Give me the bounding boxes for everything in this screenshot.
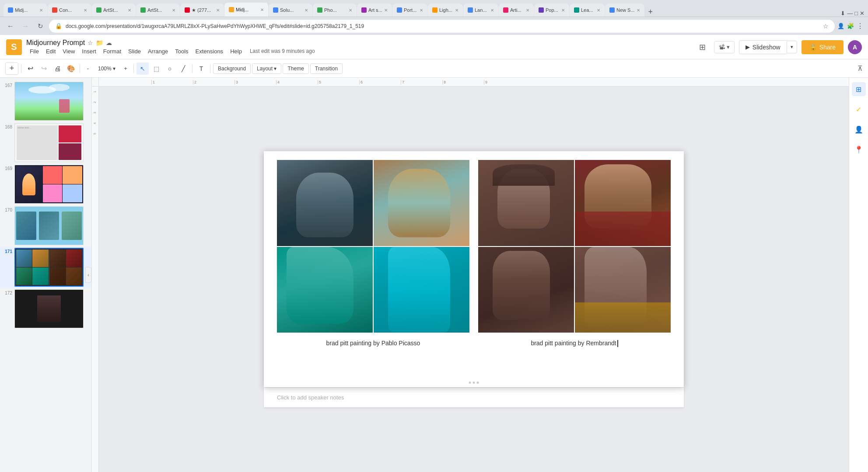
menu-format[interactable]: Format xyxy=(100,47,125,56)
tab-close[interactable]: ✕ xyxy=(526,8,529,13)
picasso-image[interactable] xyxy=(277,160,469,333)
slides-view-icon[interactable]: ⊞ xyxy=(696,40,710,54)
back-button[interactable]: ← xyxy=(4,20,17,32)
redo-button[interactable]: ↪ xyxy=(38,62,50,75)
shape-tool-button[interactable]: ○ xyxy=(164,62,176,75)
undo-button[interactable]: ↩ xyxy=(24,62,36,75)
slide-thumb-row-171[interactable]: 171 xyxy=(0,246,91,288)
tab-artst2[interactable]: ArtSt... ✕ xyxy=(136,3,180,17)
layout-button[interactable]: Layout ▾ xyxy=(252,63,281,74)
slides-panel-icon[interactable]: ⊞ xyxy=(852,82,866,96)
tab-artst1[interactable]: ArtSt... ✕ xyxy=(92,3,136,17)
minimize-button[interactable]: — xyxy=(847,10,853,17)
user-avatar[interactable]: A xyxy=(848,40,862,54)
slide-thumb-row-169[interactable]: 169 xyxy=(0,163,91,205)
tab-new[interactable]: New S... ✕ xyxy=(605,3,644,17)
insert-button[interactable]: + xyxy=(5,62,18,75)
tab-con[interactable]: Con... ✕ xyxy=(48,3,91,17)
tab-close[interactable]: ✕ xyxy=(84,8,87,13)
zoom-dropdown-button[interactable]: 100% ▾ xyxy=(94,64,119,73)
tab-close[interactable]: ✕ xyxy=(349,8,352,13)
rembrandt-caption[interactable]: brad pitt painting by Rembrandt xyxy=(531,338,618,349)
maximize-button[interactable]: □ xyxy=(854,10,858,17)
tab-pinterest[interactable]: ★ (277... ✕ xyxy=(180,3,224,17)
cloud-icon[interactable]: ☁ xyxy=(106,39,112,46)
tab-solu[interactable]: Solu... ✕ xyxy=(269,3,312,17)
slide-thumb-172[interactable] xyxy=(14,289,84,328)
menu-help[interactable]: Help xyxy=(227,47,245,56)
tab-close[interactable]: ✕ xyxy=(490,8,494,13)
tab-close[interactable]: ✕ xyxy=(172,8,175,13)
menu-view[interactable]: View xyxy=(59,47,78,56)
share-button[interactable]: 🔒 Share xyxy=(802,40,844,54)
extensions-button[interactable]: 🧩 xyxy=(847,23,854,29)
tab-close[interactable]: ✕ xyxy=(216,8,220,13)
bookmark-icon[interactable]: ☆ xyxy=(823,23,829,30)
tab-close[interactable]: ✕ xyxy=(561,8,565,13)
tab-pho[interactable]: Pho... ✕ xyxy=(313,3,357,17)
tab-close[interactable]: ✕ xyxy=(455,8,458,13)
paint-format-button[interactable]: 🎨 xyxy=(65,62,77,75)
cursor-tool-button[interactable]: ↖ xyxy=(136,62,149,75)
slide-thumb-row-168[interactable]: 168 some text... xyxy=(0,122,91,163)
tab-lan[interactable]: Lan... ✕ xyxy=(463,3,498,17)
line-tool-button[interactable]: ╱ xyxy=(177,62,189,75)
tab-midj-active[interactable]: Midj... ✕ xyxy=(224,3,268,17)
tab-ligh[interactable]: Ligh... ✕ xyxy=(428,3,463,17)
tab-close[interactable]: ✕ xyxy=(637,8,640,13)
forward-button[interactable]: → xyxy=(19,20,32,32)
tab-close[interactable]: ✕ xyxy=(420,8,423,13)
tab-close[interactable]: ✕ xyxy=(128,8,131,13)
folder-icon[interactable]: 📁 xyxy=(96,39,103,46)
tab-close[interactable]: ✕ xyxy=(39,8,43,13)
tab-search-button[interactable]: ⬇ xyxy=(840,10,845,17)
slide-canvas[interactable]: brad pitt painting by Pablo Picasso xyxy=(264,151,684,387)
select-tool-button[interactable]: ⬚ xyxy=(150,62,162,75)
menu-tools[interactable]: Tools xyxy=(172,47,192,56)
close-window-button[interactable]: ✕ xyxy=(860,10,864,17)
speaker-notes[interactable]: Click to add speaker notes xyxy=(264,387,684,407)
picasso-caption[interactable]: brad pitt painting by Pablo Picasso xyxy=(326,338,420,348)
zoom-in-button[interactable]: + xyxy=(120,62,131,75)
tab-arti[interactable]: Arti... ✕ xyxy=(499,3,534,17)
slide-thumb-167[interactable] xyxy=(14,82,84,121)
menu-slide[interactable]: Slide xyxy=(125,47,144,56)
rembrandt-image[interactable] xyxy=(478,160,671,333)
slide-thumb-row-170[interactable]: 170 xyxy=(0,205,91,246)
theme-button[interactable]: Theme xyxy=(283,63,308,74)
slide-thumb-168[interactable]: some text... xyxy=(14,123,84,162)
contacts-icon[interactable]: 👤 xyxy=(852,122,866,136)
slide-thumb-row-167[interactable]: 167 xyxy=(0,80,91,122)
menu-insert[interactable]: Insert xyxy=(78,47,100,56)
tab-close[interactable]: ✕ xyxy=(597,8,600,13)
reload-button[interactable]: ↻ xyxy=(34,20,46,32)
new-tab-button[interactable]: + xyxy=(645,7,657,17)
menu-file[interactable]: File xyxy=(26,47,42,56)
transition-button[interactable]: Transition xyxy=(310,63,343,74)
slide-thumb-171[interactable] xyxy=(14,248,84,287)
textbox-button[interactable]: T xyxy=(195,62,207,75)
tab-close[interactable]: ✕ xyxy=(384,8,388,13)
star-icon[interactable]: ☆ xyxy=(88,39,93,46)
menu-extensions[interactable]: Extensions xyxy=(192,47,227,56)
google-keep-icon[interactable]: ✓ xyxy=(852,102,866,116)
slideshow-dropdown-button[interactable]: ▾ xyxy=(787,41,797,53)
present-icon[interactable]: 📽 ▾ xyxy=(714,41,735,53)
maps-icon[interactable]: 📍 xyxy=(852,142,866,156)
tab-close[interactable]: ✕ xyxy=(304,8,308,13)
tab-close[interactable]: ✕ xyxy=(260,7,264,12)
collapse-panel-button[interactable]: ⊼ xyxy=(858,64,863,73)
slideshow-main-button[interactable]: ▶ Slideshow xyxy=(739,40,787,54)
tab-art[interactable]: Art s... ✕ xyxy=(357,3,392,17)
panel-collapse-button[interactable]: ‹ xyxy=(85,267,91,283)
tab-port[interactable]: Port... ✕ xyxy=(392,3,427,17)
background-button[interactable]: Background xyxy=(213,63,251,74)
slide-thumb-170[interactable] xyxy=(14,206,84,245)
slide-thumb-169[interactable] xyxy=(14,165,84,204)
settings-button[interactable]: ⋮ xyxy=(857,22,864,30)
slide-thumb-row-172[interactable]: 172 xyxy=(0,288,91,330)
tab-midj1[interactable]: Midj... ✕ xyxy=(4,3,47,17)
zoom-out-button[interactable]: - xyxy=(83,62,93,75)
profile-button[interactable]: 👤 xyxy=(837,23,844,29)
menu-edit[interactable]: Edit xyxy=(42,47,59,56)
